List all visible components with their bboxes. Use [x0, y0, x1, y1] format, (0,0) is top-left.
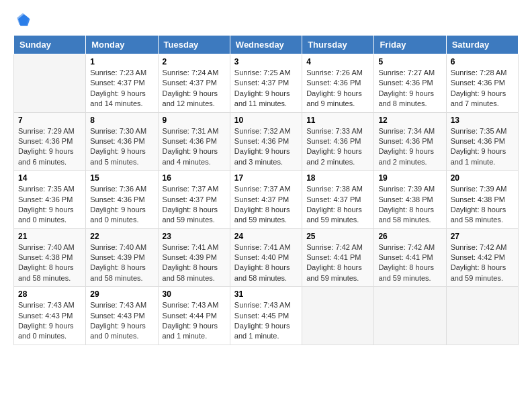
day-info: Sunrise: 7:34 AM Sunset: 4:36 PM Dayligh…: [378, 126, 441, 168]
day-info: Sunrise: 7:42 AM Sunset: 4:41 PM Dayligh…: [306, 242, 369, 284]
calendar-cell: 18Sunrise: 7:38 AM Sunset: 4:37 PM Dayli…: [302, 171, 374, 229]
calendar-cell: 24Sunrise: 7:41 AM Sunset: 4:40 PM Dayli…: [230, 228, 302, 287]
calendar-cell: 7Sunrise: 7:29 AM Sunset: 4:36 PM Daylig…: [14, 112, 86, 171]
calendar-cell: 20Sunrise: 7:39 AM Sunset: 4:38 PM Dayli…: [446, 171, 518, 229]
day-info: Sunrise: 7:26 AM Sunset: 4:36 PM Dayligh…: [306, 68, 369, 109]
calendar-cell: 1Sunrise: 7:23 AM Sunset: 4:37 PM Daylig…: [86, 54, 158, 113]
calendar-cell: 8Sunrise: 7:30 AM Sunset: 4:36 PM Daylig…: [86, 112, 158, 171]
calendar-cell: 5Sunrise: 7:27 AM Sunset: 4:36 PM Daylig…: [374, 54, 446, 113]
day-number: 22: [90, 232, 153, 241]
weekday-header: Monday: [86, 36, 158, 54]
calendar-cell: [302, 287, 374, 345]
weekday-header: Thursday: [302, 36, 374, 54]
calendar-week-row: 28Sunrise: 7:43 AM Sunset: 4:43 PM Dayli…: [14, 287, 519, 345]
calendar-cell: 12Sunrise: 7:34 AM Sunset: 4:36 PM Dayli…: [374, 112, 446, 171]
day-info: Sunrise: 7:29 AM Sunset: 4:36 PM Dayligh…: [18, 126, 81, 168]
weekday-header: Friday: [374, 36, 446, 54]
day-number: 18: [306, 173, 369, 183]
day-info: Sunrise: 7:35 AM Sunset: 4:36 PM Dayligh…: [451, 126, 514, 168]
day-info: Sunrise: 7:43 AM Sunset: 4:43 PM Dayligh…: [18, 300, 81, 342]
day-number: 24: [234, 232, 298, 241]
calendar-cell: 16Sunrise: 7:37 AM Sunset: 4:37 PM Dayli…: [158, 171, 230, 229]
weekday-header: Sunday: [14, 36, 86, 54]
day-info: Sunrise: 7:27 AM Sunset: 4:36 PM Dayligh…: [378, 68, 441, 109]
day-info: Sunrise: 7:41 AM Sunset: 4:39 PM Dayligh…: [163, 242, 226, 284]
calendar-week-row: 7Sunrise: 7:29 AM Sunset: 4:36 PM Daylig…: [14, 112, 519, 171]
calendar-week-row: 14Sunrise: 7:35 AM Sunset: 4:36 PM Dayli…: [14, 171, 519, 229]
day-number: 13: [451, 116, 514, 125]
day-number: 12: [378, 116, 441, 125]
calendar-cell: 25Sunrise: 7:42 AM Sunset: 4:41 PM Dayli…: [302, 228, 374, 287]
day-number: 9: [163, 116, 226, 125]
day-info: Sunrise: 7:32 AM Sunset: 4:36 PM Dayligh…: [234, 126, 298, 168]
calendar-cell: [374, 287, 446, 345]
day-number: 1: [90, 57, 153, 66]
day-info: Sunrise: 7:38 AM Sunset: 4:37 PM Dayligh…: [306, 184, 369, 226]
calendar-cell: [446, 287, 518, 345]
day-number: 19: [378, 173, 441, 183]
calendar-week-row: 1Sunrise: 7:23 AM Sunset: 4:37 PM Daylig…: [14, 54, 519, 113]
day-number: 7: [18, 116, 81, 125]
day-number: 4: [306, 57, 369, 66]
calendar-cell: 31Sunrise: 7:43 AM Sunset: 4:45 PM Dayli…: [230, 287, 302, 345]
weekday-header: Wednesday: [230, 36, 302, 54]
day-number: 15: [90, 173, 153, 183]
calendar-cell: 23Sunrise: 7:41 AM Sunset: 4:39 PM Dayli…: [158, 228, 230, 287]
calendar-cell: 13Sunrise: 7:35 AM Sunset: 4:36 PM Dayli…: [446, 112, 518, 171]
day-info: Sunrise: 7:42 AM Sunset: 4:42 PM Dayligh…: [451, 242, 514, 284]
day-info: Sunrise: 7:40 AM Sunset: 4:38 PM Dayligh…: [18, 242, 81, 284]
weekday-header: Tuesday: [158, 36, 230, 54]
day-info: Sunrise: 7:24 AM Sunset: 4:37 PM Dayligh…: [163, 68, 226, 109]
day-number: 21: [18, 232, 81, 241]
day-number: 28: [18, 289, 81, 299]
calendar-cell: 11Sunrise: 7:33 AM Sunset: 4:36 PM Dayli…: [302, 112, 374, 171]
calendar-cell: 14Sunrise: 7:35 AM Sunset: 4:36 PM Dayli…: [14, 171, 86, 229]
day-number: 10: [234, 116, 298, 125]
calendar-cell: 10Sunrise: 7:32 AM Sunset: 4:36 PM Dayli…: [230, 112, 302, 171]
day-info: Sunrise: 7:37 AM Sunset: 4:37 PM Dayligh…: [163, 184, 226, 226]
page-header: [13, 11, 519, 30]
day-number: 8: [90, 116, 153, 125]
svg-marker-1: [17, 13, 29, 26]
day-number: 25: [306, 232, 369, 241]
day-number: 23: [163, 232, 226, 241]
calendar-cell: 22Sunrise: 7:40 AM Sunset: 4:39 PM Dayli…: [86, 228, 158, 287]
calendar-cell: 21Sunrise: 7:40 AM Sunset: 4:38 PM Dayli…: [14, 228, 86, 287]
calendar-cell: 6Sunrise: 7:28 AM Sunset: 4:36 PM Daylig…: [446, 54, 518, 113]
day-info: Sunrise: 7:37 AM Sunset: 4:37 PM Dayligh…: [234, 184, 298, 226]
calendar-cell: [14, 54, 86, 113]
day-info: Sunrise: 7:30 AM Sunset: 4:36 PM Dayligh…: [90, 126, 153, 168]
day-number: 2: [163, 57, 226, 66]
day-number: 14: [18, 173, 81, 183]
calendar-cell: 9Sunrise: 7:31 AM Sunset: 4:36 PM Daylig…: [158, 112, 230, 171]
calendar-body: 1Sunrise: 7:23 AM Sunset: 4:37 PM Daylig…: [14, 54, 519, 345]
day-info: Sunrise: 7:31 AM Sunset: 4:36 PM Dayligh…: [163, 126, 226, 168]
day-number: 29: [90, 289, 153, 299]
day-info: Sunrise: 7:43 AM Sunset: 4:43 PM Dayligh…: [90, 300, 153, 342]
day-number: 5: [378, 57, 441, 66]
calendar-cell: 28Sunrise: 7:43 AM Sunset: 4:43 PM Dayli…: [14, 287, 86, 345]
day-number: 11: [306, 116, 369, 125]
day-info: Sunrise: 7:39 AM Sunset: 4:38 PM Dayligh…: [451, 184, 514, 226]
day-number: 31: [234, 289, 298, 299]
calendar-cell: 17Sunrise: 7:37 AM Sunset: 4:37 PM Dayli…: [230, 171, 302, 229]
day-info: Sunrise: 7:43 AM Sunset: 4:44 PM Dayligh…: [163, 300, 226, 342]
weekday-header: Saturday: [446, 36, 518, 54]
day-number: 3: [234, 57, 298, 66]
calendar-header: SundayMondayTuesdayWednesdayThursdayFrid…: [14, 36, 519, 54]
day-info: Sunrise: 7:40 AM Sunset: 4:39 PM Dayligh…: [90, 242, 153, 284]
day-info: Sunrise: 7:33 AM Sunset: 4:36 PM Dayligh…: [306, 126, 369, 168]
calendar-table: SundayMondayTuesdayWednesdayThursdayFrid…: [13, 35, 519, 345]
calendar-cell: 27Sunrise: 7:42 AM Sunset: 4:42 PM Dayli…: [446, 228, 518, 287]
calendar-week-row: 21Sunrise: 7:40 AM Sunset: 4:38 PM Dayli…: [14, 228, 519, 287]
day-number: 20: [451, 173, 514, 183]
day-info: Sunrise: 7:25 AM Sunset: 4:37 PM Dayligh…: [234, 68, 298, 109]
calendar-cell: 30Sunrise: 7:43 AM Sunset: 4:44 PM Dayli…: [158, 287, 230, 345]
calendar-cell: 2Sunrise: 7:24 AM Sunset: 4:37 PM Daylig…: [158, 54, 230, 113]
calendar-cell: 4Sunrise: 7:26 AM Sunset: 4:36 PM Daylig…: [302, 54, 374, 113]
day-number: 6: [451, 57, 514, 66]
day-number: 30: [163, 289, 226, 299]
day-number: 26: [378, 232, 441, 241]
day-number: 16: [163, 173, 226, 183]
day-info: Sunrise: 7:35 AM Sunset: 4:36 PM Dayligh…: [18, 184, 81, 226]
